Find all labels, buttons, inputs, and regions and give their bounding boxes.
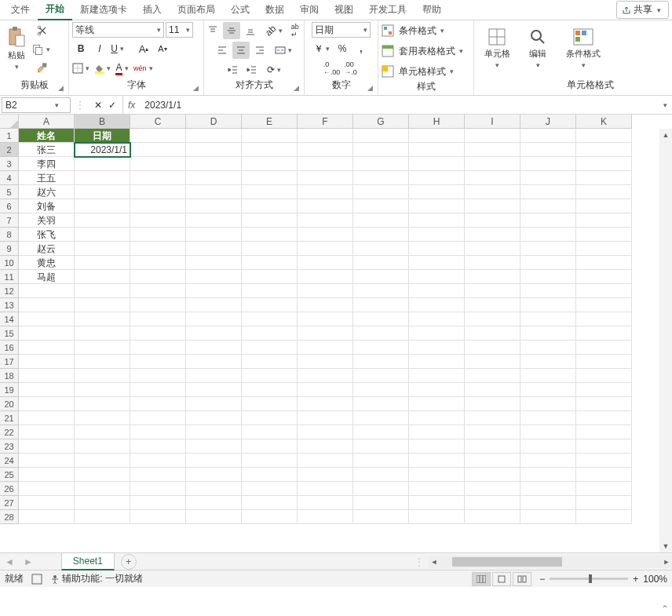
cell-B7[interactable]: [75, 213, 130, 228]
cell-D25[interactable]: [186, 468, 242, 482]
row-head-5[interactable]: 5: [0, 185, 19, 199]
cell-I20[interactable]: [465, 397, 520, 411]
expand-formula-icon[interactable]: ▾: [661, 101, 672, 109]
row-head-3[interactable]: 3: [0, 157, 19, 171]
cell-H5[interactable]: [409, 185, 465, 199]
cell-J27[interactable]: [520, 496, 576, 510]
cell-I4[interactable]: [465, 171, 520, 185]
cell-H14[interactable]: [409, 312, 465, 326]
align-top-button[interactable]: [204, 22, 221, 39]
cell-B14[interactable]: [75, 312, 130, 326]
col-head-J[interactable]: J: [520, 115, 576, 129]
align-middle-button[interactable]: [223, 22, 240, 39]
cell-D5[interactable]: [186, 185, 242, 199]
cell-J23[interactable]: [520, 439, 576, 454]
cell-B27[interactable]: [75, 496, 130, 510]
cell-D16[interactable]: [186, 341, 242, 355]
cell-G23[interactable]: [353, 439, 409, 454]
cell-F20[interactable]: [298, 397, 353, 411]
cell-B5[interactable]: [75, 185, 130, 199]
cell-E24[interactable]: [242, 454, 298, 468]
cell-K4[interactable]: [576, 171, 632, 185]
row-head-13[interactable]: 13: [0, 298, 19, 312]
cell-A6[interactable]: 刘备: [19, 199, 75, 213]
cell-C11[interactable]: [130, 270, 186, 284]
tab-insert[interactable]: 插入: [135, 0, 170, 20]
cell-E27[interactable]: [242, 496, 298, 510]
cell-B11[interactable]: [75, 270, 130, 284]
cell-J17[interactable]: [520, 355, 576, 369]
cell-D28[interactable]: [186, 510, 242, 524]
dialog-launcher-icon[interactable]: ◢: [193, 84, 199, 92]
cell-J28[interactable]: [520, 510, 576, 524]
cell-A5[interactable]: 赵六: [19, 185, 75, 199]
cell-B28[interactable]: [75, 510, 130, 524]
chevron-down-icon[interactable]: ▾: [361, 26, 370, 34]
row-head-6[interactable]: 6: [0, 199, 19, 213]
cell-D18[interactable]: [186, 369, 242, 383]
cell-D9[interactable]: [186, 242, 242, 256]
cell-styles-button[interactable]: 单元格样式▾: [382, 63, 468, 80]
format-painter-button[interactable]: [34, 60, 51, 77]
cell-B4[interactable]: [75, 171, 130, 185]
cell-G8[interactable]: [353, 228, 409, 242]
cell-F17[interactable]: [298, 355, 353, 369]
cell-F12[interactable]: [298, 284, 353, 298]
conditional-format-button[interactable]: 条件格式▾: [382, 22, 468, 39]
cell-F21[interactable]: [298, 411, 353, 425]
orientation-button[interactable]: ab▾: [265, 22, 284, 39]
col-head-K[interactable]: K: [576, 115, 632, 129]
cell-A4[interactable]: 王五: [19, 171, 75, 185]
percent-button[interactable]: %: [334, 40, 351, 57]
cell-G25[interactable]: [353, 468, 409, 482]
cell-F6[interactable]: [298, 199, 353, 213]
col-head-E[interactable]: E: [242, 115, 298, 129]
edit-button[interactable]: 编辑▾: [518, 22, 557, 74]
cell-H19[interactable]: [409, 383, 465, 397]
cell-G12[interactable]: [353, 284, 409, 298]
cell-G20[interactable]: [353, 397, 409, 411]
row-head-27[interactable]: 27: [0, 496, 19, 510]
cell-C9[interactable]: [130, 242, 186, 256]
cell-K25[interactable]: [576, 468, 632, 482]
row-head-24[interactable]: 24: [0, 454, 19, 468]
cell-J11[interactable]: [520, 270, 576, 284]
name-box[interactable]: ▾: [2, 97, 71, 113]
cell-F9[interactable]: [298, 242, 353, 256]
cell-K7[interactable]: [576, 213, 632, 228]
cell-B16[interactable]: [75, 341, 130, 355]
cell-I28[interactable]: [465, 510, 520, 524]
cell-C16[interactable]: [130, 341, 186, 355]
cell-B19[interactable]: [75, 383, 130, 397]
cell-E28[interactable]: [242, 510, 298, 524]
cell-J2[interactable]: [520, 143, 576, 157]
tab-home[interactable]: 开始: [38, 0, 72, 20]
cell-A2[interactable]: 张三: [19, 143, 75, 157]
cell-G24[interactable]: [353, 454, 409, 468]
scroll-left-icon[interactable]: ◄: [429, 556, 440, 568]
cell-G1[interactable]: [353, 129, 409, 143]
page-break-button[interactable]: [513, 572, 531, 586]
cell-I19[interactable]: [465, 383, 520, 397]
cell-K1[interactable]: [576, 129, 632, 143]
cell-H26[interactable]: [409, 482, 465, 496]
cell-K6[interactable]: [576, 199, 632, 213]
cell-C25[interactable]: [130, 468, 186, 482]
row-head-19[interactable]: 19: [0, 383, 19, 397]
cell-D10[interactable]: [186, 256, 242, 270]
cell-G7[interactable]: [353, 213, 409, 228]
cell-C20[interactable]: [130, 397, 186, 411]
cell-B2[interactable]: 2023/1/1: [75, 143, 130, 157]
outdent-button[interactable]: [225, 61, 242, 78]
cell-A3[interactable]: 李四: [19, 157, 75, 171]
cell-E11[interactable]: [242, 270, 298, 284]
cell-E21[interactable]: [242, 411, 298, 425]
normal-view-button[interactable]: [472, 572, 491, 586]
cell-C24[interactable]: [130, 454, 186, 468]
chevron-down-icon[interactable]: ▾: [184, 26, 192, 34]
cell-H9[interactable]: [409, 242, 465, 256]
cell-B10[interactable]: [75, 256, 130, 270]
cell-C3[interactable]: [130, 157, 186, 171]
zoom-slider[interactable]: [550, 578, 628, 580]
cell-A15[interactable]: [19, 326, 75, 341]
